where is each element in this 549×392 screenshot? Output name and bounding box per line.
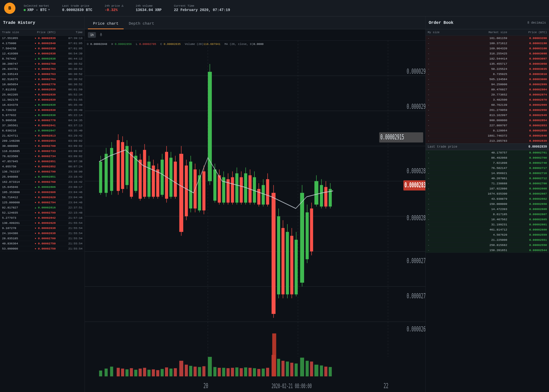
last-trade-label: Last trade price [62,4,93,7]
svg-text:0.00002850: 0.00002850 [407,167,425,175]
list-item: - 14.956921 0.00002716 [426,171,549,176]
svg-rect-125 [110,367,113,376]
dropdown-arrow-icon[interactable]: ▼ [48,8,50,11]
svg-rect-141 [185,365,188,377]
list-item: 28.835185 ▼ 0.00002700 21:55:54 [0,236,85,241]
chart-ohlc-info: O 0.00002848 H 0.00002856 L 0.00002785 C… [87,43,263,46]
list-item: 47.857945 ▼ 0.00002851 00:07:38 [0,159,85,164]
list-item: - 7.021898 0.00002740 [426,160,549,166]
svg-rect-156 [253,368,256,376]
list-item: - 8.735925 0.00003010 [426,72,549,77]
list-item: 53.090000 ▼ 0.00002750 21:55:54 [0,246,85,251]
svg-rect-155 [249,368,252,376]
list-item: - 16.467562 0.00002605 [426,217,549,222]
svg-rect-157 [257,369,260,376]
list-item: - 29.773652 0.00002974 [426,92,549,97]
list-item: - 182.544414 0.00003097 [426,56,549,61]
trade-history-header: Trade History [0,16,85,29]
price-chart-svg: 0.00002950 0.00002900 0.00002850 0.00002… [85,41,425,392]
last-trade-divider: Last trade price 0.00002839 [426,144,549,150]
list-item: 82.516275 ▼ 0.00002764 06:30:52 [0,77,85,82]
svg-rect-165 [295,364,298,376]
list-item: 10.605054 ▼ 0.00002770 06:30:52 [0,82,85,87]
svg-rect-147 [213,367,216,377]
list-item: 136.762237 ▼ 0.00002790 23:38:00 [0,169,85,174]
svg-text:0.00002915: 0.00002915 [380,133,404,141]
list-item: - 50.225524 0.00003035 [426,66,549,72]
list-item: - 8.128064 0.00002850 [426,128,549,133]
list-item: - 86.492068 0.00002760 [426,155,549,160]
list-item: - 161.601159 0.00003200 [426,36,549,41]
list-item: - 1881.746372 0.00002840 [426,133,549,138]
svg-rect-132 [143,368,146,376]
list-item: 37.205561 ▼ 0.00002841 03:37:13 [0,123,85,128]
svg-rect-138 [169,369,172,376]
list-item: - 227.809707 0.00002853 [426,123,549,128]
svg-rect-171 [324,367,327,376]
svg-rect-169 [314,365,318,377]
list-item: 9.107278 ▼ 0.00002638 21:55:54 [0,226,85,231]
order-book-title: Order Book [429,21,453,25]
volume-24h-group: 24h volume 13634.04 XRP [136,4,162,12]
svg-text:0.00002700: 0.00002700 [407,292,425,300]
order-book-rows: - 161.601159 0.00003200 - 109.371612 0.0… [426,36,549,392]
price-24h-label: 24h price Δ [105,4,123,7]
price-24h-value: -0.32% [105,8,123,12]
list-item: - 31.199231 0.00002601 [426,222,549,227]
list-item: 38.208747 ▼ 0.00002760 06:30:52 [0,61,85,66]
current-time-value: 22 February 2020, 07:47:19 [174,8,230,12]
candle-chart-icon[interactable]: 🕯 [99,32,103,37]
svg-rect-145 [202,366,205,377]
list-item: 52.124035 ▼ 0.00002799 22:15:48 [0,210,85,215]
svg-text:0.00002838: 0.00002838 [405,181,425,189]
trade-rows: 17.551955 ▼ 0.00002839 07:39:13 4.175000… [0,36,85,392]
svg-rect-143 [194,367,197,376]
svg-rect-161 [277,359,280,376]
list-item: - 150.000000 0.00002650 [426,202,549,207]
list-item: 15.645046 ▲ 0.00002806 23:08:17 [0,185,85,190]
svg-rect-144 [198,367,201,377]
svg-rect-123 [99,370,102,376]
list-item: 0.728232 ▼ 0.00002830 05:35:49 [0,108,85,113]
svg-rect-164 [290,363,293,376]
svg-rect-133 [148,370,151,376]
svg-rect-135 [156,370,159,376]
svg-rect-162 [281,361,285,376]
svg-text:0.00002900: 0.00002900 [407,102,425,110]
svg-text:2020-02-21 08:00:00: 2020-02-21 08:00:00 [272,383,312,390]
svg-rect-146 [208,357,212,376]
timeframe-1h[interactable]: 1h [88,32,96,38]
market-pair[interactable]: XRP - BTC ▼ [24,8,50,12]
list-item: 7.811553 ▼ 0.00002839 06:01:59 [0,87,85,92]
list-item: 21.824711 ▼ 0.00002813 03:29:42 [0,133,85,138]
list-item: 7.504258 ▼ 0.00002838 07:01:05 [0,46,85,51]
svg-text:0.00002950: 0.00002950 [407,67,425,75]
list-item: 8.767442 ▲ 0.00002838 06:44:12 [0,56,85,61]
last-trade-price-group: Last trade price 0.00002839 BTC [62,4,93,12]
list-item: - 565.134584 0.00003000 [426,77,549,82]
volume-value: 13634.04 XRP [136,8,162,12]
current-time-group: Current Time 22 February 2020, 07:47:19 [174,4,230,12]
svg-rect-140 [179,361,183,376]
svg-rect-127 [121,369,124,376]
list-item: 5.277973 ▼ 0.00002842 21:57:16 [0,215,85,221]
list-item: - 813.162997 0.00002949 [426,113,549,118]
list-item: 25.948088 ▲ 0.00002851 23:16:42 [0,174,85,179]
svg-rect-158 [262,369,265,376]
list-item: - 8.617185 0.00002607 [426,212,549,217]
volume-label: 24h volume [136,4,162,7]
svg-text:0.00002800: 0.00002800 [407,214,425,222]
tab-price-chart[interactable]: Price chart [88,19,124,29]
svg-rect-168 [310,361,313,376]
svg-rect-153 [240,368,243,376]
tab-depth-chart[interactable]: Depth chart [124,19,159,29]
current-time-label: Current Time [174,4,230,7]
svg-text:0.00002750: 0.00002750 [407,256,425,265]
list-item: 92.817827 ▲ 0.00002816 22:37:51 [0,205,85,210]
svg-rect-131 [139,369,142,376]
svg-rect-149 [222,368,225,376]
chart-toolbar: 1h 🕯 [85,29,425,41]
list-item: - 261.279959 0.00002950 [426,108,549,113]
svg-rect-124 [105,369,108,376]
list-item: - 135.455717 0.00003050 [426,61,549,66]
